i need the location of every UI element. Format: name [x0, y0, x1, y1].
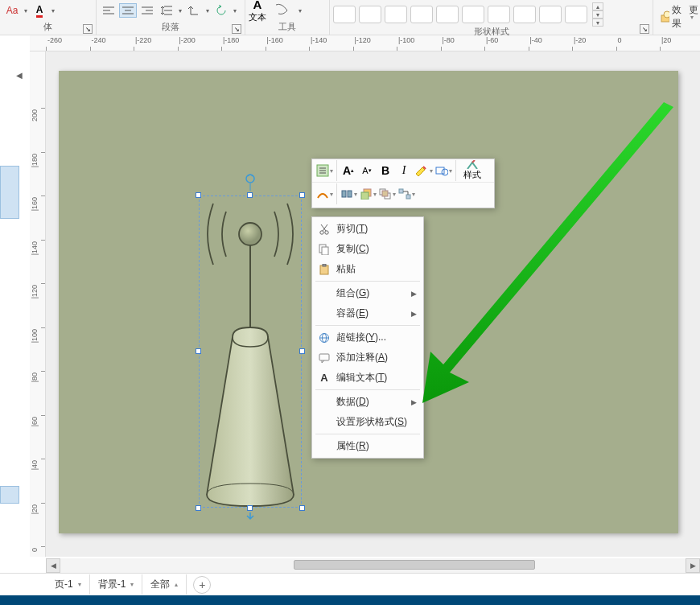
svg-point-33: [320, 230, 323, 233]
connector-button[interactable]: ▾: [397, 184, 416, 204]
svg-rect-44: [319, 354, 329, 360]
horizontal-scrollbar[interactable]: ◀ ▶: [46, 558, 700, 573]
left-panel-strip[interactable]: [0, 166, 19, 219]
line-button[interactable]: ▾: [315, 184, 334, 204]
shape-thumb[interactable]: [488, 6, 510, 23]
shape-button[interactable]: ▾: [434, 161, 453, 180]
endpoint-handle[interactable]: [246, 512, 254, 521]
svg-point-16: [246, 175, 254, 183]
shape-style-gallery[interactable]: ▴▾▾: [333, 2, 603, 27]
selected-shape[interactable]: [199, 195, 302, 508]
menu-label: 数据(D): [336, 395, 411, 409]
resize-handle[interactable]: [299, 192, 305, 198]
menu-label: 设置形状格式(S): [336, 415, 417, 429]
font-color-button[interactable]: A: [31, 3, 48, 18]
menu-paste[interactable]: 粘贴: [312, 259, 423, 279]
submenu-arrow-icon: ▶: [411, 310, 417, 318]
resize-handle[interactable]: [196, 192, 201, 198]
collapse-sidebar-icon[interactable]: ◀: [16, 71, 24, 80]
style-button[interactable]: 样式: [459, 159, 486, 182]
shape-thumb[interactable]: [410, 6, 433, 23]
copy-icon: [317, 242, 331, 257]
separator: [315, 389, 420, 390]
status-bar: [0, 595, 700, 605]
italic-button[interactable]: I: [395, 161, 413, 180]
increase-font-button[interactable]: A▴: [340, 161, 357, 180]
scroll-track[interactable]: [60, 558, 686, 573]
dialog-launcher-icon[interactable]: ↘: [640, 24, 649, 34]
left-panel-strip[interactable]: [0, 486, 19, 504]
menu-format-shape[interactable]: 设置形状格式(S): [312, 412, 423, 432]
shape-thumb[interactable]: [333, 6, 356, 23]
shape-thumb[interactable]: [462, 6, 484, 23]
canvas[interactable]: ▾ A▴ A▾ B I ▾ ▾ 样式 ▾ ▾ ▾ ▾ ▾: [46, 51, 700, 557]
page-tabs: 页-1▾ 背景-1▾ 全部▴ +: [0, 573, 700, 595]
resize-handle[interactable]: [247, 192, 253, 198]
dropdown-icon[interactable]: ▾: [204, 3, 211, 18]
dropdown-icon[interactable]: ▾: [50, 3, 56, 18]
resize-handle[interactable]: [299, 505, 305, 511]
gallery-scroll[interactable]: ▴▾▾: [592, 2, 603, 27]
dialog-launcher-icon[interactable]: ↘: [232, 24, 241, 34]
bring-front-button[interactable]: ▾: [359, 184, 377, 204]
shape-thumb[interactable]: [513, 6, 536, 23]
svg-point-34: [325, 230, 328, 233]
menu-data[interactable]: 数据(D) ▶: [312, 392, 423, 412]
dropdown-icon[interactable]: ▾: [232, 3, 238, 18]
menu-label: 粘贴: [336, 262, 417, 276]
menu-copy[interactable]: 复制(C): [312, 239, 423, 259]
align-center-button[interactable]: [119, 3, 137, 18]
scroll-right-button[interactable]: ▶: [686, 558, 700, 573]
menu-cut[interactable]: 剪切(T): [312, 219, 423, 239]
menu-label: 添加注释(A): [336, 351, 417, 364]
decrease-font-button[interactable]: A▾: [358, 161, 376, 180]
menu-properties[interactable]: 属性(R): [312, 436, 423, 456]
menu-container[interactable]: 容器(E) ▶: [312, 303, 423, 323]
resize-handle[interactable]: [196, 505, 201, 511]
ribbon-group-tools: A 文本 ▾ 工具: [245, 0, 330, 35]
shape-thumb[interactable]: [539, 6, 562, 23]
align-button[interactable]: ▾: [340, 184, 358, 204]
add-page-button[interactable]: +: [193, 576, 211, 594]
scroll-thumb[interactable]: [294, 560, 535, 570]
scroll-left-button[interactable]: ◀: [46, 558, 60, 573]
line-spacing-button[interactable]: [158, 3, 175, 18]
menu-label: 超链接(Y)...: [336, 331, 417, 344]
tab-page-1[interactable]: 页-1▾: [47, 574, 90, 595]
tab-all[interactable]: 全部▴: [142, 574, 187, 595]
shape-thumb[interactable]: [565, 6, 587, 23]
svg-point-13: [664, 11, 669, 18]
rotate-text-button[interactable]: [212, 3, 230, 18]
separator: [336, 160, 337, 181]
dropdown-icon[interactable]: ▾: [297, 3, 303, 18]
svg-rect-22: [436, 167, 444, 174]
menu-group[interactable]: 组合(G) ▶: [312, 283, 423, 303]
menu-hyperlink[interactable]: 超链接(Y)...: [312, 327, 423, 348]
font-aa-button[interactable]: Aa: [3, 3, 21, 18]
resize-handle[interactable]: [196, 348, 201, 354]
highlight-button[interactable]: ▾: [414, 161, 434, 180]
resize-handle[interactable]: [299, 348, 305, 354]
shape-thumb[interactable]: [385, 6, 407, 23]
shape-thumb[interactable]: [359, 6, 381, 23]
align-right-button[interactable]: [138, 3, 156, 18]
direction-button[interactable]: [185, 3, 203, 18]
menu-edit-text[interactable]: A 编辑文本(T): [312, 368, 423, 388]
bold-button[interactable]: B: [377, 161, 394, 180]
dropdown-icon[interactable]: ▾: [177, 3, 183, 18]
bottom-bar: 页-1▾ 背景-1▾ 全部▴ +: [0, 573, 700, 605]
shape-thumb[interactable]: [436, 6, 459, 23]
fill-button[interactable]: ▾: [315, 161, 334, 180]
menu-comment[interactable]: 添加注释(A): [312, 348, 423, 368]
text-tool[interactable]: A 文本: [249, 0, 266, 23]
separator: [315, 281, 420, 282]
svg-rect-38: [322, 247, 328, 255]
dialog-launcher-icon[interactable]: ↘: [83, 24, 93, 34]
rotate-handle[interactable]: [245, 173, 256, 191]
align-left-button[interactable]: [100, 3, 117, 18]
tab-background-1[interactable]: 背景-1▾: [90, 574, 143, 595]
pencil-tool-button[interactable]: [273, 3, 290, 18]
group-button[interactable]: ▾: [378, 184, 397, 204]
resize-handle[interactable]: [247, 505, 253, 511]
dropdown-icon[interactable]: ▾: [23, 3, 29, 18]
